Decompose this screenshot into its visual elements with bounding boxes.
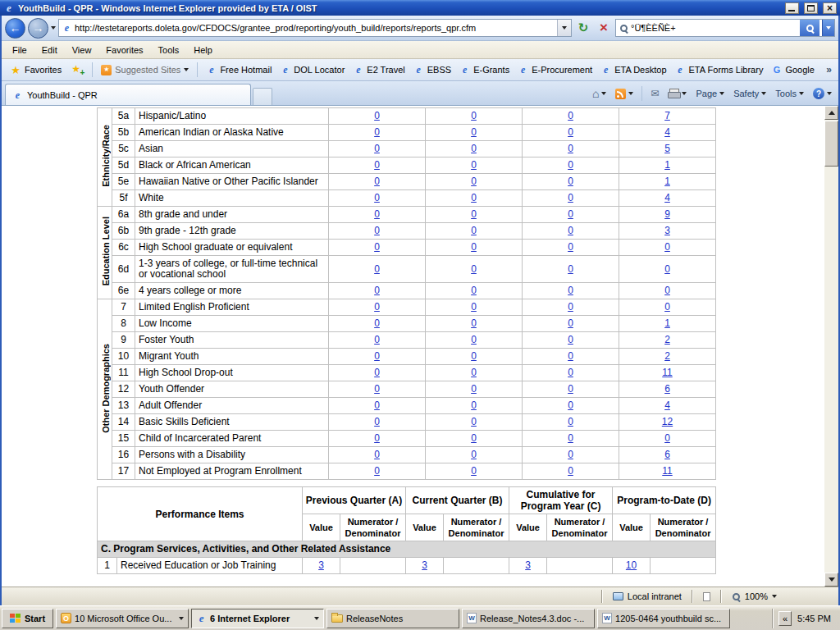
value-link[interactable]: 0 [471,383,477,395]
value-link[interactable]: 0 [374,465,380,477]
value-link[interactable]: 0 [471,208,477,220]
value-link[interactable]: 0 [374,416,380,427]
page-menu-button[interactable]: Page [692,87,728,100]
add-favorite-button[interactable] [67,62,88,78]
value-link[interactable]: 2 [664,334,670,345]
value-link[interactable]: 0 [664,241,670,253]
value-link[interactable]: 3 [318,559,324,571]
value-link[interactable]: 0 [374,263,380,275]
address-dropdown-button[interactable] [557,20,571,36]
value-link[interactable]: 0 [568,263,573,275]
value-link[interactable]: 0 [471,350,477,362]
value-link[interactable]: 0 [568,465,573,477]
value-link[interactable]: 11 [662,465,672,477]
value-link[interactable]: 0 [374,399,380,411]
value-link[interactable]: 0 [471,465,477,477]
maximize-button[interactable] [804,2,818,14]
search-input[interactable] [631,23,797,33]
menu-view[interactable]: View [65,43,99,57]
value-link[interactable]: 0 [568,367,573,378]
value-link[interactable]: 0 [471,263,477,275]
taskbar-button[interactable]: 6 Internet Explorer [191,609,324,628]
value-link[interactable]: 0 [568,432,573,444]
favorites-overflow-chevron[interactable]: » [824,64,834,75]
search-dropdown-button[interactable] [822,20,834,36]
value-link[interactable]: 10 [626,559,637,571]
value-link[interactable]: 0 [374,126,380,138]
value-link[interactable]: 0 [568,241,573,253]
value-link[interactable]: 11 [662,367,672,378]
value-link[interactable]: 0 [374,143,380,154]
read-mail-button[interactable] [647,87,662,100]
value-link[interactable]: 0 [374,241,380,253]
value-link[interactable]: 0 [374,192,380,203]
favorites-bar-link[interactable]: DOL Locator [276,62,349,78]
value-link[interactable]: 0 [568,301,573,313]
value-link[interactable]: 0 [568,225,573,236]
value-link[interactable]: 0 [568,176,573,187]
title-bar[interactable]: YouthBuild - QPR - Windows Internet Expl… [0,0,840,16]
favorites-bar-link[interactable]: ETA Forms Library [671,62,768,78]
safety-menu-button[interactable]: Safety [730,87,769,100]
value-link[interactable]: 0 [471,367,477,378]
value-link[interactable]: 0 [664,263,670,275]
value-link[interactable]: 9 [664,208,670,220]
value-link[interactable]: 0 [374,350,380,362]
value-link[interactable]: 0 [374,301,380,313]
value-link[interactable]: 0 [374,367,380,378]
taskbar-button[interactable]: 10 Microsoft Office Ou... [56,609,189,628]
value-link[interactable]: 3 [664,225,670,236]
start-button[interactable]: Start [2,609,53,628]
favorites-bar-link[interactable]: E-Procurement [514,62,596,78]
value-link[interactable]: 0 [471,334,477,345]
menu-edit[interactable]: Edit [34,43,65,57]
address-input[interactable] [75,23,555,33]
taskbar-button[interactable]: 1205-0464 youthbuild sc... [597,609,730,628]
value-link[interactable]: 0 [471,399,477,411]
favorites-bar-link[interactable]: Google [767,62,818,78]
favorites-button[interactable]: Favorites [6,62,66,78]
value-link[interactable]: 0 [374,110,380,121]
menu-tools[interactable]: Tools [151,43,187,57]
value-link[interactable]: 0 [568,399,573,411]
value-link[interactable]: 4 [664,126,670,138]
forward-button[interactable] [28,18,48,39]
value-link[interactable]: 0 [471,192,477,203]
menu-help[interactable]: Help [186,43,220,57]
new-tab-stub[interactable] [253,88,272,105]
value-link[interactable]: 0 [374,383,380,395]
value-link[interactable]: 12 [662,416,673,427]
value-link[interactable]: 0 [471,143,477,154]
value-link[interactable]: 0 [374,334,380,345]
address-bar[interactable] [58,19,572,37]
value-link[interactable]: 1 [664,176,670,187]
value-link[interactable]: 0 [374,208,380,220]
value-link[interactable]: 0 [568,317,573,329]
value-link[interactable]: 0 [568,416,573,427]
value-link[interactable]: 5 [664,143,670,154]
value-link[interactable]: 0 [568,334,573,345]
scroll-up-button[interactable] [824,106,838,120]
home-button[interactable] [589,86,609,101]
scrollbar-thumb[interactable] [824,121,838,167]
taskbar-clock[interactable]: 5:45 PM [797,614,831,623]
value-link[interactable]: 0 [568,110,573,121]
value-link[interactable]: 0 [471,159,477,171]
value-link[interactable]: 6 [664,383,670,395]
value-link[interactable]: 4 [664,192,670,203]
value-link[interactable]: 0 [471,241,477,253]
value-link[interactable]: 0 [471,285,477,296]
value-link[interactable]: 0 [568,143,573,154]
value-link[interactable]: 0 [471,317,477,329]
taskbar-button[interactable]: Release_Notes4.3.doc -... [462,609,595,628]
value-link[interactable]: 3 [422,559,427,571]
value-link[interactable]: 0 [664,285,670,296]
value-link[interactable]: 0 [471,416,477,427]
value-link[interactable]: 0 [471,449,477,460]
print-button[interactable] [664,87,690,100]
tray-chevron-button[interactable]: « [778,611,792,626]
stop-button[interactable] [595,19,613,37]
scroll-down-button[interactable] [824,573,838,587]
scrollbar-track[interactable] [824,120,838,573]
value-link[interactable]: 0 [568,126,573,138]
